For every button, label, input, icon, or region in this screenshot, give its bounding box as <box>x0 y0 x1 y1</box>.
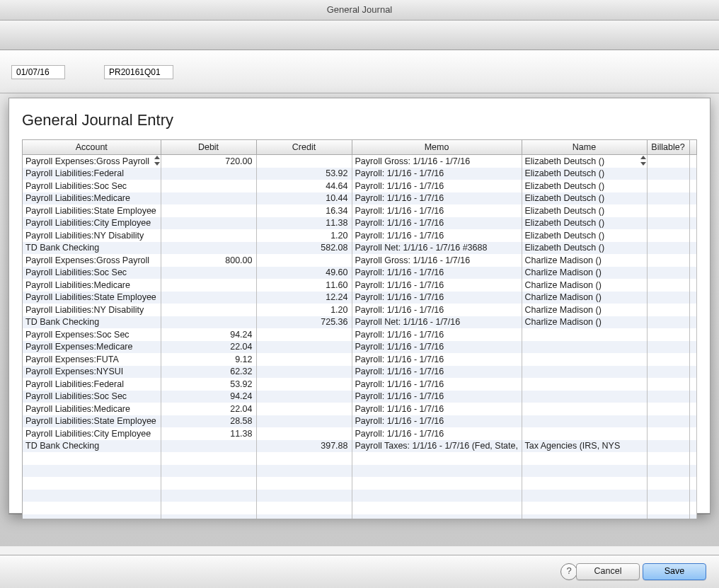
cell-name[interactable]: Elizabeth Deutsch () <box>522 155 647 168</box>
cell-memo[interactable]: Payroll: 1/1/16 - 1/7/16 <box>352 304 522 316</box>
cell-name[interactable] <box>522 403 647 415</box>
cell-billable[interactable] <box>647 403 689 415</box>
table-row[interactable]: Payroll Liabilities:Medicare22.04Payroll… <box>23 403 697 415</box>
cell-account[interactable]: Payroll Liabilities:NY Disability <box>23 304 161 316</box>
table-row[interactable]: Payroll Liabilities:City Employee11.38Pa… <box>23 427 697 440</box>
cell-billable[interactable] <box>647 229 689 242</box>
table-row[interactable]: Payroll Liabilities:State Employee12.24P… <box>23 292 697 304</box>
table-row[interactable]: TD Bank Checking397.88Payroll Taxes: 1/1… <box>23 440 697 453</box>
cell-memo[interactable]: Payroll: 1/1/16 - 1/7/16 <box>352 229 522 242</box>
cell-name[interactable]: Tax Agencies (IRS, NYS <box>522 440 647 453</box>
table-row-blank[interactable] <box>23 490 697 502</box>
col-account[interactable]: Account <box>23 140 161 155</box>
cell-credit[interactable]: 10.44 <box>256 192 352 205</box>
cell-account[interactable]: Payroll Expenses:Gross Payroll <box>23 155 161 168</box>
cell-memo[interactable]: Payroll Gross: 1/1/16 - 1/7/16 <box>352 155 522 168</box>
cell-memo[interactable]: Payroll: 1/1/16 - 1/7/16 <box>352 353 522 366</box>
cell-blank[interactable] <box>522 465 647 478</box>
cell-credit[interactable] <box>256 366 352 379</box>
cell-blank[interactable] <box>161 452 256 465</box>
cell-credit[interactable] <box>256 427 352 440</box>
cell-name[interactable]: Charlize Madison () <box>522 267 647 279</box>
cell-credit[interactable] <box>256 378 352 391</box>
cell-debit[interactable] <box>161 440 256 453</box>
cell-name[interactable]: Charlize Madison () <box>522 304 647 316</box>
cell-credit[interactable] <box>256 341 352 354</box>
cell-blank[interactable] <box>256 465 352 478</box>
cell-memo[interactable]: Payroll: 1/1/16 - 1/7/16 <box>352 192 522 205</box>
cell-account[interactable]: TD Bank Checking <box>23 440 161 453</box>
cell-blank[interactable] <box>256 514 352 519</box>
cell-billable[interactable] <box>647 328 689 341</box>
reference-field[interactable] <box>104 65 173 79</box>
table-row-blank[interactable] <box>23 477 697 490</box>
table-row[interactable]: Payroll Expenses:FUTA9.12Payroll: 1/1/16… <box>23 353 697 366</box>
cell-account[interactable]: TD Bank Checking <box>23 316 161 329</box>
cell-credit[interactable] <box>256 391 352 403</box>
cell-debit[interactable]: 22.04 <box>161 341 256 354</box>
cell-name[interactable]: Elizabeth Deutsch () <box>522 204 647 217</box>
cell-debit[interactable] <box>161 242 256 255</box>
cell-blank[interactable] <box>161 490 256 502</box>
table-row[interactable]: Payroll Expenses:Gross Payroll720.00Payr… <box>23 155 697 168</box>
cell-blank[interactable] <box>352 477 522 490</box>
cell-billable[interactable] <box>647 341 689 354</box>
table-row-blank[interactable] <box>23 452 697 465</box>
cell-memo[interactable]: Payroll: 1/1/16 - 1/7/16 <box>352 267 522 279</box>
cell-billable[interactable] <box>647 440 689 453</box>
cell-memo[interactable]: Payroll Net: 1/1/16 - 1/7/16 #3688 <box>352 242 522 255</box>
cell-credit[interactable]: 49.60 <box>256 267 352 279</box>
cell-blank[interactable] <box>647 502 689 514</box>
cell-debit[interactable] <box>161 292 256 304</box>
table-row-blank[interactable] <box>23 465 697 478</box>
cell-account[interactable]: Payroll Expenses:Soc Sec <box>23 328 161 341</box>
cell-credit[interactable] <box>256 155 352 168</box>
cell-account[interactable]: Payroll Expenses:FUTA <box>23 353 161 366</box>
cell-debit[interactable]: 22.04 <box>161 403 256 415</box>
table-row[interactable]: Payroll Expenses:Medicare22.04Payroll: 1… <box>23 341 697 354</box>
cell-account[interactable]: Payroll Liabilities:Soc Sec <box>23 180 161 192</box>
cell-billable[interactable] <box>647 391 689 403</box>
cell-debit[interactable] <box>161 192 256 205</box>
cell-debit[interactable] <box>161 217 256 230</box>
cell-billable[interactable] <box>647 427 689 440</box>
cell-blank[interactable] <box>23 465 161 478</box>
cell-account[interactable]: Payroll Liabilities:Medicare <box>23 279 161 292</box>
cell-billable[interactable] <box>647 192 689 205</box>
cell-billable[interactable] <box>647 155 689 168</box>
cell-memo[interactable]: Payroll: 1/1/16 - 1/7/16 <box>352 391 522 403</box>
cell-credit[interactable] <box>256 403 352 415</box>
cell-blank[interactable] <box>161 514 256 519</box>
cancel-button[interactable]: Cancel <box>576 563 640 580</box>
help-button[interactable]: ? <box>560 563 577 580</box>
cell-debit[interactable]: 9.12 <box>161 353 256 366</box>
table-row[interactable]: Payroll Liabilities:Medicare10.44Payroll… <box>23 192 697 205</box>
cell-name[interactable] <box>522 353 647 366</box>
cell-credit[interactable]: 12.24 <box>256 292 352 304</box>
cell-billable[interactable] <box>647 378 689 391</box>
col-credit[interactable]: Credit <box>256 140 352 155</box>
cell-billable[interactable] <box>647 254 689 267</box>
table-row[interactable]: TD Bank Checking725.36Payroll Net: 1/1/1… <box>23 316 697 329</box>
cell-memo[interactable]: Payroll: 1/1/16 - 1/7/16 <box>352 415 522 428</box>
table-row[interactable]: Payroll Liabilities:Soc Sec94.24Payroll:… <box>23 391 697 403</box>
cell-debit[interactable] <box>161 168 256 180</box>
cell-credit[interactable]: 44.64 <box>256 180 352 192</box>
col-memo[interactable]: Memo <box>352 140 522 155</box>
cell-memo[interactable]: Payroll: 1/1/16 - 1/7/16 <box>352 168 522 180</box>
cell-account[interactable]: Payroll Liabilities:NY Disability <box>23 229 161 242</box>
cell-account[interactable]: Payroll Liabilities:Soc Sec <box>23 391 161 403</box>
cell-credit[interactable] <box>256 328 352 341</box>
cell-memo[interactable]: Payroll: 1/1/16 - 1/7/16 <box>352 341 522 354</box>
cell-billable[interactable] <box>647 304 689 316</box>
cell-billable[interactable] <box>647 366 689 379</box>
cell-name[interactable] <box>522 366 647 379</box>
cell-debit[interactable] <box>161 316 256 329</box>
cell-billable[interactable] <box>647 217 689 230</box>
cell-blank[interactable] <box>522 490 647 502</box>
cell-debit[interactable] <box>161 204 256 217</box>
cell-account[interactable]: Payroll Liabilities:Soc Sec <box>23 267 161 279</box>
cell-blank[interactable] <box>23 452 161 465</box>
cell-credit[interactable]: 1.20 <box>256 304 352 316</box>
cell-memo[interactable]: Payroll Net: 1/1/16 - 1/7/16 <box>352 316 522 329</box>
